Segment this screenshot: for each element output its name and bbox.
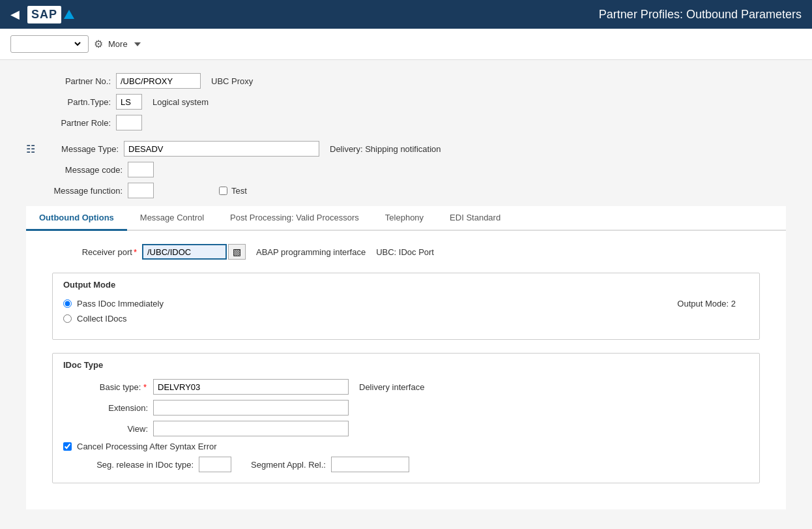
idoc-type-section: IDoc Type Basic type: * Delivery interfa… <box>52 353 760 483</box>
partner-section: Partner No.: UBC Proxy Partn.Type: Logic… <box>26 73 786 130</box>
cancel-processing-checkbox[interactable] <box>63 442 72 451</box>
partner-no-row: Partner No.: UBC Proxy <box>26 73 786 89</box>
partner-role-row: Partner Role: <box>26 115 786 130</box>
test-label: Test <box>231 186 247 196</box>
tab-content-outbound: Receiver port ▧ ABAP programming interfa… <box>26 231 786 509</box>
seg-release-label: Seg. release in IDoc type: <box>63 460 194 470</box>
basic-type-label: Basic type: * <box>63 382 148 392</box>
extension-row: Extension: <box>63 400 749 416</box>
main-content: Partner No.: UBC Proxy Partn.Type: Logic… <box>0 60 812 522</box>
output-mode-value: 2 <box>731 299 736 309</box>
partner-type-input[interactable] <box>116 94 142 110</box>
seg-release-input[interactable] <box>199 457 231 472</box>
tab-outbound-options[interactable]: Outbound Options <box>26 206 127 231</box>
receiver-port-desc2: UBC: IDoc Port <box>376 247 434 257</box>
collect-idocs-label: Collect IDocs <box>77 314 127 324</box>
output-mode-value-display: Output Mode: 2 <box>677 299 736 309</box>
receiver-port-row: Receiver port ▧ ABAP programming interfa… <box>52 244 760 260</box>
output-mode-section: Output Mode Pass IDoc Immediately Output… <box>52 273 760 340</box>
test-checkbox[interactable] <box>219 187 227 195</box>
tab-telephony[interactable]: Telephony <box>372 206 437 231</box>
seg-release-row: Seg. release in IDoc type: Segment Appl.… <box>63 457 749 472</box>
toolbar-select[interactable] <box>16 38 83 50</box>
more-label: More <box>108 39 128 49</box>
partner-no-label: Partner No.: <box>26 76 111 86</box>
tab-post-processing[interactable]: Post Processing: Valid Processors <box>217 206 372 231</box>
output-mode-label: Output Mode: <box>677 299 729 309</box>
chevron-down-icon <box>134 42 141 46</box>
cancel-processing-row: Cancel Processing After Syntax Error <box>63 442 749 451</box>
page-title: Partner Profiles: Outbound Parameters <box>599 8 802 22</box>
message-function-row: Message function: Test <box>26 183 786 198</box>
partner-role-label: Partner Role: <box>26 118 111 128</box>
basic-type-row: Basic type: * Delivery interface <box>63 379 749 395</box>
cancel-processing-label: Cancel Processing After Syntax Error <box>77 442 217 451</box>
tabs-nav: Outbound Options Message Control Post Pr… <box>26 206 786 231</box>
extension-label: Extension: <box>63 403 148 413</box>
output-mode-title: Output Mode <box>53 273 759 294</box>
message-function-label: Message function: <box>26 186 123 196</box>
receiver-port-label: Receiver port <box>52 247 137 257</box>
receiver-port-desc1: ABAP programming interface <box>256 247 366 257</box>
toolbar-dropdown[interactable] <box>10 35 89 53</box>
settings-icon: ⚙ <box>94 38 103 50</box>
tab-message-control[interactable]: Message Control <box>127 206 217 231</box>
settings-button[interactable]: ⚙ <box>94 38 103 50</box>
back-button[interactable]: ◀ <box>10 7 20 22</box>
message-code-row: Message code: <box>26 162 786 177</box>
pass-idoc-row: Pass IDoc Immediately Output Mode: 2 <box>63 299 749 309</box>
sap-triangle-icon <box>64 10 74 19</box>
receiver-port-lookup-button[interactable]: ▧ <box>228 244 246 260</box>
view-row: View: <box>63 421 749 436</box>
message-type-description: Delivery: Shipping notification <box>330 144 441 154</box>
app-header: ◀ SAP Partner Profiles: Outbound Paramet… <box>0 0 812 29</box>
sap-logo: SAP <box>27 6 74 23</box>
seg-appl-rel-label: Segment Appl. Rel.: <box>251 460 326 470</box>
message-section: ☷ Message Type: Delivery: Shipping notif… <box>26 141 786 198</box>
idoc-type-title: IDoc Type <box>53 354 759 374</box>
basic-type-input[interactable] <box>153 379 349 395</box>
partner-no-input[interactable] <box>116 73 201 89</box>
lookup-icon: ▧ <box>233 247 241 257</box>
message-code-input[interactable] <box>128 162 154 177</box>
message-code-label: Message code: <box>26 165 123 175</box>
partner-type-label: Partn.Type: <box>26 97 111 107</box>
partner-no-description: UBC Proxy <box>211 76 253 86</box>
message-type-input[interactable] <box>124 141 319 157</box>
output-mode-content: Pass IDoc Immediately Output Mode: 2 Col… <box>53 294 759 339</box>
message-type-row: ☷ Message Type: Delivery: Shipping notif… <box>26 141 786 157</box>
seg-appl-rel-input[interactable] <box>331 457 409 472</box>
partner-role-input[interactable] <box>116 115 142 130</box>
toolbar: ⚙ More <box>0 29 812 60</box>
receiver-port-input[interactable] <box>142 244 227 260</box>
tab-edi-standard[interactable]: EDI Standard <box>437 206 514 231</box>
message-type-icon: ☷ <box>26 143 35 155</box>
idoc-type-content: Basic type: * Delivery interface Extensi… <box>53 374 759 483</box>
basic-type-description: Delivery interface <box>359 382 424 392</box>
message-type-label: Message Type: <box>40 144 119 154</box>
extension-input[interactable] <box>153 400 349 416</box>
partner-type-row: Partn.Type: Logical system <box>26 94 786 110</box>
more-button[interactable]: More <box>108 39 143 49</box>
pass-idoc-label: Pass IDoc Immediately <box>77 299 164 309</box>
collect-idocs-radio[interactable] <box>63 314 72 323</box>
view-input[interactable] <box>153 421 349 436</box>
partner-type-description: Logical system <box>152 97 209 107</box>
collect-idocs-row: Collect IDocs <box>63 314 749 324</box>
message-function-input[interactable] <box>128 183 154 198</box>
view-label: View: <box>63 424 148 434</box>
required-star: * <box>143 382 147 392</box>
pass-idoc-radio[interactable] <box>63 299 72 308</box>
